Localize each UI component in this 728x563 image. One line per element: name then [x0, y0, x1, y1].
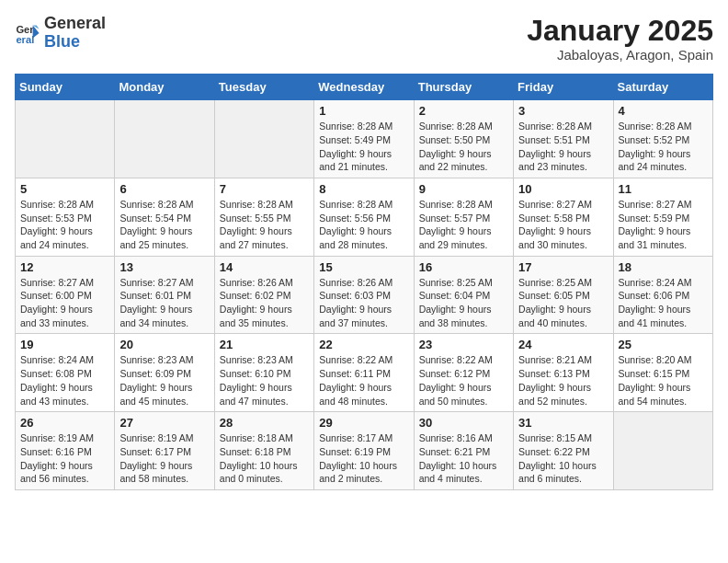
- day-number: 23: [419, 338, 508, 351]
- week-row-5: 26Sunrise: 8:19 AM Sunset: 6:16 PM Dayli…: [16, 412, 713, 490]
- day-cell: [214, 100, 313, 178]
- day-info: Sunrise: 8:28 AM Sunset: 5:49 PM Dayligh…: [319, 120, 408, 174]
- day-number: 18: [619, 260, 708, 274]
- month-title: January 2025: [527, 15, 713, 47]
- col-header-monday: Monday: [115, 75, 214, 100]
- day-number: 12: [20, 260, 109, 274]
- day-number: 17: [518, 260, 608, 274]
- title-block: January 2025 Jabaloyas, Aragon, Spain: [527, 15, 713, 63]
- day-cell: 30Sunrise: 8:16 AM Sunset: 6:21 PM Dayli…: [414, 412, 513, 490]
- day-number: 3: [518, 104, 608, 118]
- day-cell: 11Sunrise: 8:27 AM Sunset: 5:59 PM Dayli…: [613, 178, 712, 256]
- day-cell: 23Sunrise: 8:22 AM Sunset: 6:12 PM Dayli…: [414, 334, 513, 412]
- day-number: 4: [619, 104, 708, 118]
- day-cell: 6Sunrise: 8:28 AM Sunset: 5:54 PM Daylig…: [115, 178, 214, 256]
- day-number: 15: [319, 260, 408, 274]
- col-header-saturday: Saturday: [613, 75, 712, 100]
- logo-icon: Gen eral: [15, 20, 40, 46]
- day-cell: 20Sunrise: 8:23 AM Sunset: 6:09 PM Dayli…: [115, 334, 214, 412]
- day-info: Sunrise: 8:28 AM Sunset: 5:55 PM Dayligh…: [220, 198, 309, 252]
- day-cell: 2Sunrise: 8:28 AM Sunset: 5:50 PM Daylig…: [414, 100, 513, 178]
- svg-text:eral: eral: [16, 34, 34, 45]
- calendar-table: SundayMondayTuesdayWednesdayThursdayFrid…: [15, 74, 713, 490]
- calendar-header: SundayMondayTuesdayWednesdayThursdayFrid…: [16, 75, 713, 100]
- day-info: Sunrise: 8:27 AM Sunset: 6:01 PM Dayligh…: [119, 276, 209, 330]
- day-info: Sunrise: 8:24 AM Sunset: 6:06 PM Dayligh…: [619, 276, 708, 330]
- day-number: 6: [119, 182, 209, 196]
- day-cell: 3Sunrise: 8:28 AM Sunset: 5:51 PM Daylig…: [514, 100, 613, 178]
- day-info: Sunrise: 8:15 AM Sunset: 6:22 PM Dayligh…: [518, 431, 608, 486]
- col-header-thursday: Thursday: [414, 75, 513, 100]
- day-cell: 21Sunrise: 8:23 AM Sunset: 6:10 PM Dayli…: [214, 334, 313, 412]
- day-number: 16: [419, 260, 508, 274]
- day-cell: 14Sunrise: 8:26 AM Sunset: 6:02 PM Dayli…: [214, 256, 313, 334]
- day-cell: 1Sunrise: 8:28 AM Sunset: 5:49 PM Daylig…: [314, 100, 414, 178]
- day-info: Sunrise: 8:27 AM Sunset: 5:58 PM Dayligh…: [518, 198, 608, 252]
- day-number: 22: [319, 338, 408, 351]
- day-number: 29: [319, 416, 408, 430]
- day-cell: 15Sunrise: 8:26 AM Sunset: 6:03 PM Dayli…: [314, 256, 414, 334]
- day-info: Sunrise: 8:19 AM Sunset: 6:17 PM Dayligh…: [119, 431, 209, 486]
- day-info: Sunrise: 8:21 AM Sunset: 6:13 PM Dayligh…: [518, 353, 608, 408]
- day-cell: 31Sunrise: 8:15 AM Sunset: 6:22 PM Dayli…: [514, 412, 613, 490]
- day-number: 13: [119, 260, 209, 274]
- day-cell: 19Sunrise: 8:24 AM Sunset: 6:08 PM Dayli…: [16, 334, 115, 412]
- logo: Gen eral General Blue: [15, 15, 106, 52]
- day-cell: 13Sunrise: 8:27 AM Sunset: 6:01 PM Dayli…: [115, 256, 214, 334]
- week-row-4: 19Sunrise: 8:24 AM Sunset: 6:08 PM Dayli…: [16, 334, 713, 412]
- day-cell: 4Sunrise: 8:28 AM Sunset: 5:52 PM Daylig…: [613, 100, 712, 178]
- day-info: Sunrise: 8:27 AM Sunset: 6:00 PM Dayligh…: [20, 276, 109, 330]
- day-info: Sunrise: 8:20 AM Sunset: 6:15 PM Dayligh…: [619, 353, 708, 408]
- day-number: 5: [20, 182, 109, 196]
- day-info: Sunrise: 8:22 AM Sunset: 6:12 PM Dayligh…: [419, 353, 508, 408]
- day-number: 2: [419, 104, 508, 118]
- day-info: Sunrise: 8:28 AM Sunset: 5:56 PM Dayligh…: [319, 198, 408, 252]
- day-cell: 5Sunrise: 8:28 AM Sunset: 5:53 PM Daylig…: [16, 178, 115, 256]
- page-header: Gen eral General Blue January 2025 Jabal…: [15, 15, 713, 63]
- day-cell: 22Sunrise: 8:22 AM Sunset: 6:11 PM Dayli…: [314, 334, 414, 412]
- day-info: Sunrise: 8:25 AM Sunset: 6:05 PM Dayligh…: [518, 276, 608, 330]
- logo-text-general: General: [44, 15, 106, 33]
- col-header-sunday: Sunday: [16, 75, 115, 100]
- day-number: 14: [220, 260, 309, 274]
- day-info: Sunrise: 8:28 AM Sunset: 5:53 PM Dayligh…: [20, 198, 109, 252]
- day-info: Sunrise: 8:22 AM Sunset: 6:11 PM Dayligh…: [319, 353, 408, 408]
- day-cell: 24Sunrise: 8:21 AM Sunset: 6:13 PM Dayli…: [514, 334, 613, 412]
- day-cell: 17Sunrise: 8:25 AM Sunset: 6:05 PM Dayli…: [514, 256, 613, 334]
- col-header-wednesday: Wednesday: [314, 75, 414, 100]
- day-cell: 18Sunrise: 8:24 AM Sunset: 6:06 PM Dayli…: [613, 256, 712, 334]
- day-cell: 9Sunrise: 8:28 AM Sunset: 5:57 PM Daylig…: [414, 178, 513, 256]
- day-info: Sunrise: 8:25 AM Sunset: 6:04 PM Dayligh…: [419, 276, 508, 330]
- day-info: Sunrise: 8:18 AM Sunset: 6:18 PM Dayligh…: [220, 431, 309, 486]
- day-cell: [16, 100, 115, 178]
- day-cell: 16Sunrise: 8:25 AM Sunset: 6:04 PM Dayli…: [414, 256, 513, 334]
- day-info: Sunrise: 8:16 AM Sunset: 6:21 PM Dayligh…: [419, 431, 508, 486]
- day-number: 7: [220, 182, 309, 196]
- day-info: Sunrise: 8:26 AM Sunset: 6:02 PM Dayligh…: [220, 276, 309, 330]
- day-cell: 10Sunrise: 8:27 AM Sunset: 5:58 PM Dayli…: [514, 178, 613, 256]
- day-number: 27: [119, 416, 209, 430]
- day-number: 10: [518, 182, 608, 196]
- day-cell: 27Sunrise: 8:19 AM Sunset: 6:17 PM Dayli…: [115, 412, 214, 490]
- day-number: 28: [220, 416, 309, 430]
- day-number: 26: [20, 416, 109, 430]
- day-number: 1: [319, 104, 408, 118]
- day-cell: 28Sunrise: 8:18 AM Sunset: 6:18 PM Dayli…: [214, 412, 313, 490]
- col-header-tuesday: Tuesday: [214, 75, 313, 100]
- day-info: Sunrise: 8:26 AM Sunset: 6:03 PM Dayligh…: [319, 276, 408, 330]
- day-cell: 29Sunrise: 8:17 AM Sunset: 6:19 PM Dayli…: [314, 412, 414, 490]
- day-cell: 8Sunrise: 8:28 AM Sunset: 5:56 PM Daylig…: [314, 178, 414, 256]
- day-cell: [115, 100, 214, 178]
- day-info: Sunrise: 8:28 AM Sunset: 5:50 PM Dayligh…: [419, 120, 508, 174]
- day-number: 30: [419, 416, 508, 430]
- location-title: Jabaloyas, Aragon, Spain: [527, 47, 713, 63]
- col-header-friday: Friday: [514, 75, 613, 100]
- day-number: 8: [319, 182, 408, 196]
- day-info: Sunrise: 8:28 AM Sunset: 5:54 PM Dayligh…: [119, 198, 209, 252]
- day-cell: 26Sunrise: 8:19 AM Sunset: 6:16 PM Dayli…: [16, 412, 115, 490]
- day-info: Sunrise: 8:28 AM Sunset: 5:57 PM Dayligh…: [419, 198, 508, 252]
- week-row-1: 1Sunrise: 8:28 AM Sunset: 5:49 PM Daylig…: [16, 100, 713, 178]
- day-cell: 12Sunrise: 8:27 AM Sunset: 6:00 PM Dayli…: [16, 256, 115, 334]
- day-info: Sunrise: 8:27 AM Sunset: 5:59 PM Dayligh…: [619, 198, 708, 252]
- day-info: Sunrise: 8:19 AM Sunset: 6:16 PM Dayligh…: [20, 431, 109, 486]
